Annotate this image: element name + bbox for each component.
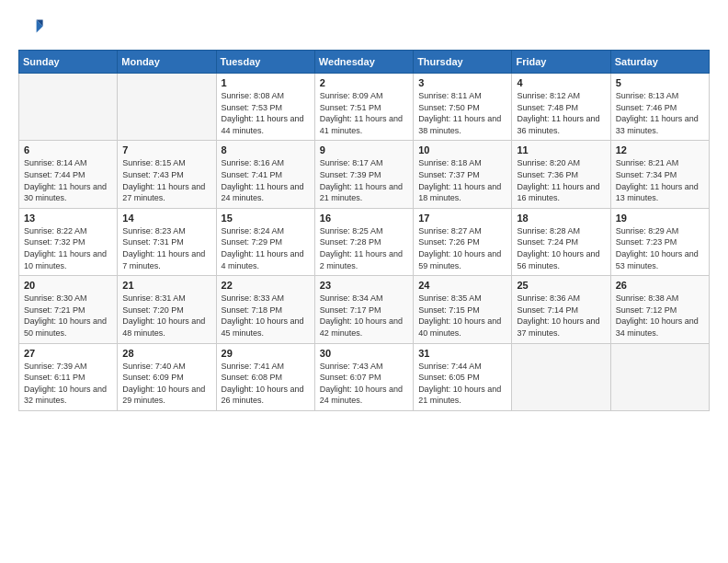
- day-number: 10: [418, 144, 506, 155]
- day-info: Sunrise: 7:40 AMSunset: 6:09 PMDaylight:…: [122, 361, 210, 407]
- calendar-week-4: 20Sunrise: 8:30 AMSunset: 7:21 PMDayligh…: [19, 276, 710, 343]
- calendar-cell: 12Sunrise: 8:21 AMSunset: 7:34 PMDayligh…: [610, 141, 709, 208]
- day-info: Sunrise: 8:31 AMSunset: 7:20 PMDaylight:…: [122, 293, 210, 339]
- day-info: Sunrise: 8:12 AMSunset: 7:48 PMDaylight:…: [517, 90, 605, 136]
- day-info: Sunrise: 8:29 AMSunset: 7:23 PMDaylight:…: [616, 225, 704, 271]
- day-number: 15: [222, 213, 310, 224]
- day-number: 31: [418, 348, 506, 359]
- day-number: 28: [122, 348, 210, 359]
- day-number: 13: [24, 213, 112, 224]
- calendar-cell: 23Sunrise: 8:34 AMSunset: 7:17 PMDayligh…: [314, 276, 413, 343]
- day-number: 4: [517, 77, 605, 88]
- day-number: 7: [122, 144, 210, 155]
- calendar-table: SundayMondayTuesdayWednesdayThursdayFrid…: [18, 50, 710, 411]
- calendar-cell: 22Sunrise: 8:33 AMSunset: 7:18 PMDayligh…: [216, 276, 314, 343]
- day-number: 14: [122, 213, 210, 224]
- day-info: Sunrise: 7:39 AMSunset: 6:11 PMDaylight:…: [24, 361, 112, 407]
- day-info: Sunrise: 8:38 AMSunset: 7:12 PMDaylight:…: [616, 293, 704, 339]
- calendar-cell: 5Sunrise: 8:13 AMSunset: 7:46 PMDaylight…: [610, 74, 709, 141]
- day-info: Sunrise: 8:11 AMSunset: 7:50 PMDaylight:…: [418, 90, 506, 136]
- calendar-week-5: 27Sunrise: 7:39 AMSunset: 6:11 PMDayligh…: [19, 343, 710, 410]
- day-info: Sunrise: 8:30 AMSunset: 7:21 PMDaylight:…: [24, 293, 112, 339]
- day-info: Sunrise: 7:41 AMSunset: 6:08 PMDaylight:…: [222, 361, 310, 407]
- calendar-week-3: 13Sunrise: 8:22 AMSunset: 7:32 PMDayligh…: [19, 208, 710, 275]
- weekday-header-tuesday: Tuesday: [216, 51, 314, 74]
- day-number: 27: [24, 348, 112, 359]
- day-number: 6: [24, 144, 112, 155]
- day-info: Sunrise: 8:09 AMSunset: 7:51 PMDaylight:…: [320, 90, 408, 136]
- day-info: Sunrise: 7:43 AMSunset: 6:07 PMDaylight:…: [320, 361, 408, 407]
- day-number: 30: [320, 348, 408, 359]
- day-info: Sunrise: 8:18 AMSunset: 7:37 PMDaylight:…: [418, 157, 506, 203]
- calendar-cell: 14Sunrise: 8:23 AMSunset: 7:31 PMDayligh…: [118, 208, 216, 275]
- calendar-week-2: 6Sunrise: 8:14 AMSunset: 7:44 PMDaylight…: [19, 141, 710, 208]
- weekday-header-sunday: Sunday: [19, 51, 118, 74]
- calendar-cell: 18Sunrise: 8:28 AMSunset: 7:24 PMDayligh…: [512, 208, 610, 275]
- day-info: Sunrise: 8:34 AMSunset: 7:17 PMDaylight:…: [320, 293, 408, 339]
- day-number: 19: [616, 213, 704, 224]
- day-info: Sunrise: 8:20 AMSunset: 7:36 PMDaylight:…: [517, 157, 605, 203]
- day-info: Sunrise: 8:14 AMSunset: 7:44 PMDaylight:…: [24, 157, 112, 203]
- calendar-cell: 26Sunrise: 8:38 AMSunset: 7:12 PMDayligh…: [610, 276, 709, 343]
- day-number: 21: [122, 280, 210, 291]
- day-info: Sunrise: 8:13 AMSunset: 7:46 PMDaylight:…: [616, 90, 704, 136]
- day-number: 2: [320, 77, 408, 88]
- day-number: 24: [418, 280, 506, 291]
- day-info: Sunrise: 8:27 AMSunset: 7:26 PMDaylight:…: [418, 225, 506, 271]
- day-info: Sunrise: 8:25 AMSunset: 7:28 PMDaylight:…: [320, 225, 408, 271]
- logo-icon: [18, 15, 44, 40]
- calendar-cell: 20Sunrise: 8:30 AMSunset: 7:21 PMDayligh…: [19, 276, 118, 343]
- day-number: 20: [24, 280, 112, 291]
- logo: [18, 15, 48, 40]
- day-info: Sunrise: 8:23 AMSunset: 7:31 PMDaylight:…: [122, 225, 210, 271]
- calendar-cell: 30Sunrise: 7:43 AMSunset: 6:07 PMDayligh…: [314, 343, 413, 410]
- calendar-cell: 8Sunrise: 8:16 AMSunset: 7:41 PMDaylight…: [216, 141, 314, 208]
- calendar-cell: [118, 74, 216, 141]
- calendar-cell: 11Sunrise: 8:20 AMSunset: 7:36 PMDayligh…: [512, 141, 610, 208]
- calendar-cell: 17Sunrise: 8:27 AMSunset: 7:26 PMDayligh…: [414, 208, 512, 275]
- day-info: Sunrise: 8:16 AMSunset: 7:41 PMDaylight:…: [222, 157, 310, 203]
- calendar-cell: 10Sunrise: 8:18 AMSunset: 7:37 PMDayligh…: [414, 141, 512, 208]
- calendar-cell: 19Sunrise: 8:29 AMSunset: 7:23 PMDayligh…: [610, 208, 709, 275]
- day-info: Sunrise: 8:33 AMSunset: 7:18 PMDaylight:…: [222, 293, 310, 339]
- day-info: Sunrise: 8:17 AMSunset: 7:39 PMDaylight:…: [320, 157, 408, 203]
- day-number: 8: [222, 144, 310, 155]
- calendar-cell: 13Sunrise: 8:22 AMSunset: 7:32 PMDayligh…: [19, 208, 118, 275]
- day-number: 18: [517, 213, 605, 224]
- day-number: 29: [222, 348, 310, 359]
- weekday-header-friday: Friday: [512, 51, 610, 74]
- calendar-cell: 25Sunrise: 8:36 AMSunset: 7:14 PMDayligh…: [512, 276, 610, 343]
- calendar-cell: 2Sunrise: 8:09 AMSunset: 7:51 PMDaylight…: [314, 74, 413, 141]
- weekday-header-wednesday: Wednesday: [314, 51, 413, 74]
- day-info: Sunrise: 8:08 AMSunset: 7:53 PMDaylight:…: [222, 90, 310, 136]
- calendar-cell: 6Sunrise: 8:14 AMSunset: 7:44 PMDaylight…: [19, 141, 118, 208]
- day-number: 16: [320, 213, 408, 224]
- weekday-header-thursday: Thursday: [414, 51, 512, 74]
- day-number: 1: [222, 77, 310, 88]
- calendar-week-1: 1Sunrise: 8:08 AMSunset: 7:53 PMDaylight…: [19, 74, 710, 141]
- day-info: Sunrise: 7:44 AMSunset: 6:05 PMDaylight:…: [418, 361, 506, 407]
- calendar-cell: 7Sunrise: 8:15 AMSunset: 7:43 PMDaylight…: [118, 141, 216, 208]
- calendar-cell: [512, 343, 610, 410]
- day-number: 5: [616, 77, 704, 88]
- day-number: 3: [418, 77, 506, 88]
- day-info: Sunrise: 8:22 AMSunset: 7:32 PMDaylight:…: [24, 225, 112, 271]
- header: [18, 15, 710, 40]
- calendar-cell: 3Sunrise: 8:11 AMSunset: 7:50 PMDaylight…: [414, 74, 512, 141]
- day-number: 9: [320, 144, 408, 155]
- weekday-header-monday: Monday: [118, 51, 216, 74]
- calendar-cell: 4Sunrise: 8:12 AMSunset: 7:48 PMDaylight…: [512, 74, 610, 141]
- day-info: Sunrise: 8:28 AMSunset: 7:24 PMDaylight:…: [517, 225, 605, 271]
- calendar-cell: 29Sunrise: 7:41 AMSunset: 6:08 PMDayligh…: [216, 343, 314, 410]
- calendar-cell: 16Sunrise: 8:25 AMSunset: 7:28 PMDayligh…: [314, 208, 413, 275]
- calendar-cell: 9Sunrise: 8:17 AMSunset: 7:39 PMDaylight…: [314, 141, 413, 208]
- day-number: 11: [517, 144, 605, 155]
- calendar-cell: 15Sunrise: 8:24 AMSunset: 7:29 PMDayligh…: [216, 208, 314, 275]
- calendar-cell: [19, 74, 118, 141]
- calendar-cell: 1Sunrise: 8:08 AMSunset: 7:53 PMDaylight…: [216, 74, 314, 141]
- day-info: Sunrise: 8:36 AMSunset: 7:14 PMDaylight:…: [517, 293, 605, 339]
- day-info: Sunrise: 8:15 AMSunset: 7:43 PMDaylight:…: [122, 157, 210, 203]
- day-number: 17: [418, 213, 506, 224]
- calendar-cell: 28Sunrise: 7:40 AMSunset: 6:09 PMDayligh…: [118, 343, 216, 410]
- day-info: Sunrise: 8:35 AMSunset: 7:15 PMDaylight:…: [418, 293, 506, 339]
